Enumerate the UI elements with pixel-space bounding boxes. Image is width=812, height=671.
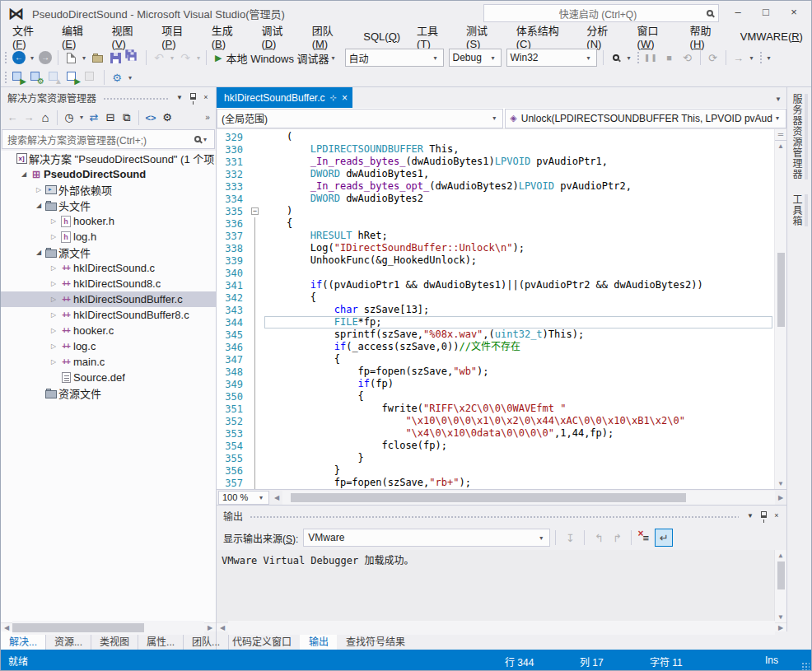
search-icon[interactable] — [707, 10, 713, 16]
zoom-combo[interactable]: 100 % ▾ — [218, 491, 269, 505]
tab-close-icon[interactable]: × — [342, 92, 348, 104]
prev-message-button[interactable]: ↰ — [590, 529, 608, 547]
se-forward-button[interactable]: → — [21, 109, 37, 127]
code-line-344[interactable]: 344 FILE*fp; — [217, 316, 774, 329]
tree-item[interactable]: ▷++hkIDirectSound8.c — [1, 276, 216, 291]
attach-to-process-button[interactable] — [607, 49, 625, 67]
title-bar[interactable]: ⋈ PseudoDirectSound - Microsoft Visual S… — [1, 1, 811, 26]
refresh-button[interactable]: ⟳ — [704, 49, 722, 67]
output-header[interactable]: 输出 ▼ × — [217, 506, 786, 525]
code-line-351[interactable]: 351 fwrite("RIFF\x2C\0\0\0WAVEfmt " — [217, 403, 774, 415]
scroll-right-arrow[interactable]: ▶ — [775, 624, 786, 631]
code-line-347[interactable]: 347 { — [217, 353, 774, 366]
tree-item[interactable]: ▷++hkIDirectSoundBuffer.c — [1, 291, 216, 307]
platform-combo[interactable]: Win32 ▾ — [506, 49, 597, 67]
editor-hscrollbar[interactable] — [282, 491, 775, 505]
code-line-353[interactable]: 353 "\x4\0\x10\0data\0\0\0\0",1,44,fp); — [217, 427, 774, 440]
code-line-334[interactable]: 334 DWORD dwAudioBytes2 — [217, 193, 774, 205]
pause-button[interactable]: ❚❚ — [642, 49, 660, 67]
code-line-350[interactable]: 350 { — [217, 390, 774, 403]
fold-margin[interactable]: − — [251, 205, 263, 217]
editor-vscrollbar[interactable]: ═ ▲ ▼ — [774, 129, 786, 489]
scroll-up-arrow[interactable]: ▲ — [775, 550, 786, 561]
menu-item-R[interactable]: VMWARE(R) — [732, 27, 811, 46]
package-button[interactable] — [82, 68, 100, 86]
expand-icon[interactable]: ▷ — [49, 217, 58, 225]
tree-item[interactable]: ▷++hkIDirectSound.c — [1, 260, 216, 276]
build-run-button[interactable]: ▶ — [10, 68, 28, 86]
maximize-button[interactable]: □ — [752, 1, 780, 22]
output-text-area[interactable]: VMware Virtual Debugger 加载成功。 ▲ ▼ — [217, 550, 786, 622]
expand-icon[interactable]: ▷ — [49, 327, 58, 334]
build-config-combo[interactable]: Debug ▾ — [449, 49, 502, 67]
code-line-355[interactable]: 355 } — [217, 452, 774, 464]
code-editor[interactable]: 329 (330 LPDIRECTSOUNDBUFFER This,331 _I… — [217, 129, 786, 489]
expand-icon[interactable]: ▷ — [49, 342, 58, 350]
resize-grip[interactable] — [801, 662, 810, 670]
scroll-left-arrow[interactable]: ◀ — [217, 624, 228, 631]
scroll-down-arrow[interactable]: ▼ — [775, 478, 786, 489]
code-line-349[interactable]: 349 if(fp) — [217, 378, 774, 390]
side-tab-工具箱[interactable]: 工具箱 — [791, 194, 808, 226]
view-code-button[interactable]: <> — [142, 109, 159, 127]
tree-item[interactable]: x]解决方案 "PseudoDirectSound" (1 个项目) — [1, 151, 216, 166]
expand-icon[interactable]: ▷ — [49, 311, 58, 319]
window-position-dropdown[interactable]: ▼ — [744, 512, 757, 520]
minimize-button[interactable]: – — [724, 1, 752, 22]
debug-type-combo[interactable]: 自动 ▾ — [345, 49, 444, 67]
output-hscrollbar[interactable]: ◀ ▶ — [217, 622, 786, 631]
redo-button[interactable]: ↷ — [176, 49, 194, 67]
goto-source-button[interactable]: ↧ — [561, 529, 579, 547]
navigate-forward-button[interactable]: → — [36, 49, 54, 67]
collapse-icon[interactable]: ◢ — [34, 249, 44, 256]
toolbar-overflow[interactable]: ▾ — [748, 54, 756, 62]
tree-item[interactable]: ▷hlog.h — [1, 229, 216, 245]
new-file-dropdown[interactable]: ▾ — [80, 54, 88, 62]
build-settings-button[interactable]: ⚙ — [28, 68, 46, 86]
code-line-341[interactable]: 341 if((pvAudioPtr1 && dwAudioBytes1)||(… — [217, 279, 774, 291]
quick-launch-input[interactable]: 快速启动 (Ctrl+Q) — [483, 4, 719, 22]
solution-explorer-hscrollbar[interactable]: ◀ ▶ — [1, 622, 216, 631]
se-home-button[interactable]: ⌂ — [37, 109, 54, 127]
scope-dropdown[interactable]: (全局范围) ▾ — [217, 109, 503, 128]
code-line-331[interactable]: 331 _In_reads_bytes_(dwAudioBytes1)LPVOI… — [217, 156, 774, 168]
collapse-icon[interactable]: ◢ — [19, 170, 29, 178]
tree-item[interactable]: ◢⊞PseudoDirectSound — [1, 166, 216, 182]
save-button[interactable] — [106, 49, 124, 67]
code-line-337[interactable]: 337 HRESULT hRet; — [217, 230, 774, 242]
code-line-329[interactable]: 329 ( — [217, 131, 774, 143]
code-line-338[interactable]: 338 Log("IDirectSoundBuffer::Unlock\n"); — [217, 242, 774, 254]
toolbar-overflow[interactable]: ▾ — [765, 54, 773, 62]
tree-item[interactable]: ◢头文件 — [1, 198, 216, 213]
output-vscrollbar[interactable]: ▲ ▼ — [774, 550, 786, 622]
tools-button[interactable]: ⚙ — [108, 68, 126, 86]
expand-icon[interactable]: ▷ — [49, 233, 58, 240]
code-line-335[interactable]: 335− ) — [217, 205, 774, 217]
stop-button[interactable]: ■ — [660, 49, 679, 67]
solution-explorer-search-input[interactable]: 搜索解决方案资源管理器(Ctrl+;) ▾ — [2, 129, 215, 149]
expand-icon[interactable]: ▷ — [49, 358, 58, 366]
expand-icon[interactable]: ▷ — [49, 264, 58, 272]
debug-target-dropdown[interactable]: ▾ — [329, 54, 338, 62]
undo-button[interactable]: ↶ — [150, 49, 168, 67]
code-line-342[interactable]: 342 { — [217, 291, 774, 304]
scroll-left-arrow[interactable]: ◀ — [1, 624, 12, 631]
save-all-button[interactable] — [124, 49, 142, 67]
new-file-button[interactable] — [62, 49, 80, 67]
scroll-left-arrow[interactable]: ◀ — [271, 494, 282, 501]
menu-item-Q[interactable]: SQL(Q) — [355, 27, 408, 46]
toolbar-overflow[interactable]: ▾ — [126, 74, 134, 82]
open-file-button[interactable] — [88, 49, 106, 67]
scroll-right-arrow[interactable]: ▶ — [775, 494, 786, 501]
code-line-340[interactable]: 340 — [217, 267, 774, 279]
attach-dropdown[interactable]: ▾ — [625, 54, 633, 62]
word-wrap-toggle[interactable]: ↵ — [655, 529, 673, 547]
start-debug-button[interactable]: ▶ 本地 Windows 调试器 ▾ — [210, 49, 342, 67]
code-line-357[interactable]: 357 fp=fopen(szSave,"rb+"); — [217, 477, 774, 489]
upload-button[interactable]: ▲ — [46, 68, 64, 86]
tree-item[interactable]: ◢源文件 — [1, 245, 216, 260]
toolbar-grip[interactable] — [3, 70, 7, 85]
deploy-run-button[interactable]: ▶ — [64, 68, 82, 86]
document-tab[interactable]: hkIDirectSoundBuffer.c ⊹ × — [217, 87, 352, 108]
scroll-right-arrow[interactable]: ▶ — [204, 624, 216, 631]
